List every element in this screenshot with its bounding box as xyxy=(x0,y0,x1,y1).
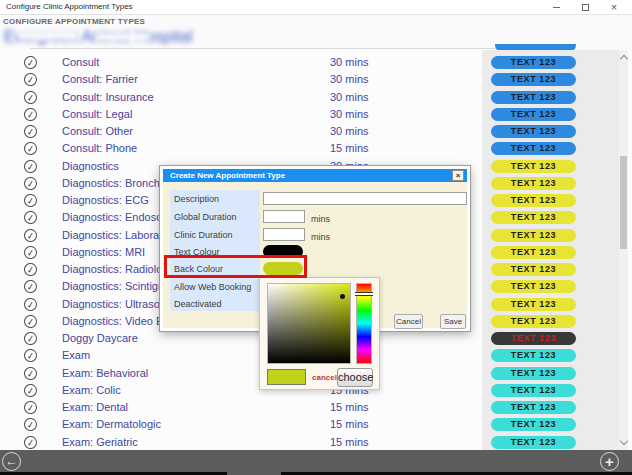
appointment-type-label: Consult: Legal xyxy=(62,108,132,120)
colour-preview-badge: TEXT 123 xyxy=(491,73,576,86)
deactivated-label: Deactivated xyxy=(174,299,222,309)
scrollbar-thumb[interactable] xyxy=(620,156,627,249)
duration-label: 30 mins xyxy=(330,91,369,103)
description-input[interactable] xyxy=(263,192,467,205)
clinic-duration-label: Clinic Duration xyxy=(174,230,233,240)
list-item[interactable]: ✓ Consult: Other 30 mins TEXT 123 xyxy=(0,123,619,140)
duration-label: 30 mins xyxy=(330,73,369,85)
colour-preview-badge: TEXT 123 xyxy=(491,91,576,104)
check-circle-icon[interactable]: ✓ xyxy=(23,72,38,87)
colour-preview-badge: TEXT 123 xyxy=(491,125,576,138)
list-item[interactable]: ✓ Consult 30 mins TEXT 123 xyxy=(0,54,619,71)
back-button[interactable]: ← xyxy=(2,452,21,471)
duration-label: 30 mins xyxy=(330,125,369,137)
app-window: Configure Clinic Appointment Types × CON… xyxy=(0,0,632,475)
appointment-type-label: Diagnostics: ECG xyxy=(62,194,149,206)
check-circle-icon[interactable]: ✓ xyxy=(23,193,38,208)
list-item[interactable]: ✓ Exam: Dental 15 mins TEXT 123 xyxy=(0,399,619,416)
colour-preview-badge: TEXT 123 xyxy=(491,211,576,224)
maximize-button[interactable] xyxy=(574,0,596,14)
list-item[interactable]: ✓ Consult: Phone 15 mins TEXT 123 xyxy=(0,140,619,157)
vertical-scrollbar[interactable] xyxy=(619,50,628,450)
scroll-down-icon[interactable] xyxy=(619,437,627,445)
check-circle-icon[interactable]: ✓ xyxy=(23,383,38,398)
appointment-type-label: Exam: Dermatologic xyxy=(62,418,161,430)
appointment-type-label: Diagnostics: Radiology xyxy=(62,263,174,275)
bottom-app-bar: ← + xyxy=(0,450,632,472)
list-item[interactable]: ✓ Consult: Insurance 30 mins TEXT 123 xyxy=(0,89,619,106)
list-item[interactable]: ✓ Exam: Dermatologic 15 mins TEXT 123 xyxy=(0,416,619,433)
check-circle-icon[interactable]: ✓ xyxy=(23,245,38,260)
global-duration-label: Global Duration xyxy=(174,212,237,222)
list-item[interactable]: ✓ Consult: Farrier 30 mins TEXT 123 xyxy=(0,71,619,88)
global-duration-input[interactable] xyxy=(263,210,305,223)
check-circle-icon[interactable]: ✓ xyxy=(23,124,38,139)
appointment-type-label: Diagnostics: Endoscop xyxy=(62,211,174,223)
cancel-button[interactable]: Cancel xyxy=(394,314,423,329)
appointment-type-label: Diagnostics: Bronchoa xyxy=(62,177,172,189)
check-circle-icon[interactable]: ✓ xyxy=(23,366,38,381)
colour-preview-badge: TEXT 123 xyxy=(491,349,576,362)
colour-selection-dot[interactable] xyxy=(340,294,345,299)
check-circle-icon[interactable]: ✓ xyxy=(23,262,38,277)
colour-preview-badge: TEXT 123 xyxy=(491,418,576,431)
duration-label: 15 mins xyxy=(330,401,369,413)
appointment-type-label: Diagnostics: Laborator xyxy=(62,229,172,241)
back-colour-highlight-annotation xyxy=(164,255,307,278)
check-circle-icon[interactable]: ✓ xyxy=(23,159,38,174)
list-item[interactable]: ✓ Exam: Geriatric 15 mins TEXT 123 xyxy=(0,434,619,451)
picker-cancel-link[interactable]: cancel xyxy=(312,373,337,382)
dialog-title: Create New Appointment Type xyxy=(170,171,285,180)
check-circle-icon[interactable]: ✓ xyxy=(23,314,38,329)
colour-preview-badge: TEXT 123 xyxy=(491,194,576,207)
colour-preview-badge: TEXT 123 xyxy=(491,177,576,190)
colour-preview-badge: TEXT 123 xyxy=(491,280,576,293)
colour-preview-badge: TEXT 123 xyxy=(491,56,576,69)
check-circle-icon[interactable]: ✓ xyxy=(23,210,38,225)
description-label: Description xyxy=(174,194,219,204)
scroll-up-icon[interactable] xyxy=(619,55,627,63)
check-circle-icon[interactable]: ✓ xyxy=(23,107,38,122)
dialog-close-button[interactable]: × xyxy=(452,170,464,181)
check-circle-icon[interactable]: ✓ xyxy=(23,228,38,243)
appointment-type-label: Diagnostics: Ultrasoun xyxy=(62,298,172,310)
check-circle-icon[interactable]: ✓ xyxy=(23,331,38,346)
check-circle-icon[interactable]: ✓ xyxy=(23,279,38,294)
allow-web-booking-label: Allow Web Booking xyxy=(174,282,251,292)
appointment-type-label: Consult: Farrier xyxy=(62,73,138,85)
appointment-type-label: Exam: Behavioral xyxy=(62,367,148,379)
check-circle-icon[interactable]: ✓ xyxy=(23,417,38,432)
page-title: CONFIGURE APPOINTMENT TYPES xyxy=(3,17,145,26)
check-circle-icon[interactable]: ✓ xyxy=(23,55,38,70)
colour-preview-badge: TEXT 123 xyxy=(491,315,576,328)
colour-preview-badge: TEXT 123 xyxy=(491,384,576,397)
clinic-duration-input[interactable] xyxy=(263,228,305,241)
minimize-button[interactable] xyxy=(545,0,567,14)
close-button[interactable]: × xyxy=(603,0,625,14)
add-appointment-type-button[interactable]: + xyxy=(600,452,619,471)
colour-preview-badge: TEXT 123 xyxy=(491,263,576,276)
colour-preview-badge: TEXT 123 xyxy=(491,160,576,173)
check-circle-icon[interactable]: ✓ xyxy=(23,90,38,105)
saturation-value-gradient[interactable] xyxy=(267,283,351,364)
check-circle-icon[interactable]: ✓ xyxy=(23,400,38,415)
plus-icon: + xyxy=(605,453,614,470)
duration-label: 30 mins xyxy=(330,108,369,120)
check-circle-icon[interactable]: ✓ xyxy=(23,141,38,156)
colour-preview-badge: TEXT 123 xyxy=(491,401,576,414)
global-duration-mins-suffix: mins xyxy=(311,214,330,224)
check-circle-icon[interactable]: ✓ xyxy=(23,176,38,191)
redaction-smudge xyxy=(95,33,150,41)
hue-slider[interactable] xyxy=(355,292,373,296)
divider xyxy=(30,48,547,49)
check-circle-icon[interactable]: ✓ xyxy=(23,297,38,312)
appointment-type-label: Consult: Insurance xyxy=(62,91,154,103)
save-button[interactable]: Save xyxy=(440,314,466,329)
appointment-type-label: Diagnostics xyxy=(62,160,119,172)
appointment-type-label: Consult: Phone xyxy=(62,142,137,154)
list-item[interactable]: ✓ Consult: Legal 30 mins TEXT 123 xyxy=(0,106,619,123)
appointment-type-label: Diagnostics: Video Enc xyxy=(62,315,175,327)
check-circle-icon[interactable]: ✓ xyxy=(23,435,38,450)
check-circle-icon[interactable]: ✓ xyxy=(23,348,38,363)
picker-choose-button[interactable]: choose xyxy=(337,368,373,387)
